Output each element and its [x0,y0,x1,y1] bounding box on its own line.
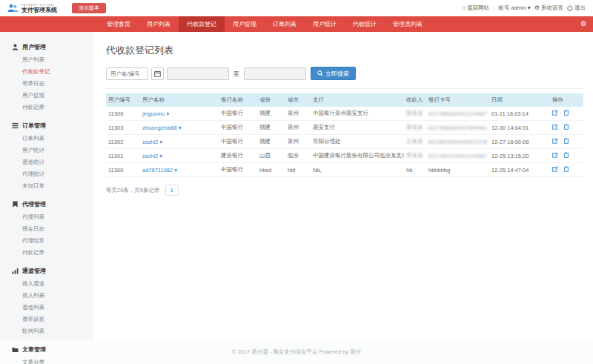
sidebar-item-agent-settle[interactable]: 代理结算 [0,235,92,247]
date-to-input[interactable] [244,67,306,80]
article-icon [12,346,19,353]
sidebar-item-agent-payment[interactable]: 付款记录 [0,247,92,259]
delete-icon[interactable] [563,138,569,145]
sidebar-item-collection-register[interactable]: 代收款登记 [0,66,92,78]
logo-icon [7,4,19,13]
topbar: PAYMENT SYSTEM 支付管理系统 演示版本 ⌂ 返回网站 | 账号 a… [0,0,593,16]
cell-date: 12-27 16:00:08 [489,135,550,149]
sidebar-item-polling-list[interactable]: 轮询列表 [0,325,92,337]
sidebar-item-unknown-orders[interactable]: 未知订单 [0,180,92,192]
sidebar-item-article-category[interactable]: 文章分类 [0,357,92,364]
cell-branch: 中国建设银行股份有限公司临汾某支行 [311,149,404,163]
cell-province: 福建 [257,135,285,149]
account-dropdown[interactable]: 账号 admin ▾ [498,4,531,12]
search-button[interactable]: 立即搜索 [311,67,356,80]
delete-icon[interactable] [563,152,569,159]
nav-item-collection-register[interactable]: 代收款登记 [179,16,225,32]
nav-item-home[interactable]: 管理首页 [99,16,139,32]
cell-payee-redacted: 王某某 [404,135,426,149]
edit-icon[interactable] [552,152,558,159]
page-1-button[interactable]: 1 [165,185,179,196]
col-province: 省份 [257,93,285,107]
nav-item-orders[interactable]: 订单列表 [265,16,305,32]
channel-icon [12,268,19,274]
sidebar-item-channel-access[interactable]: 接入通道 [0,278,92,290]
username-dropdown-link[interactable]: sschi2 ▾ [142,153,162,159]
sidebar-item-payment-records[interactable]: 付款记录 [0,102,92,113]
collection-table: 用户编号 用户名称 银行名称 省份 城市 支行 收款人 银行卡号 日期 操作 1… [106,93,583,177]
back-to-site-link[interactable]: ⌂ 返回网站 [463,4,490,12]
sidebar-item-rate-settings[interactable]: 费率设置 [0,314,92,325]
col-city: 城市 [285,93,311,107]
cell-bank: 中国银行 [219,135,257,149]
cell-card-redacted: 6217856300001234567 [426,107,489,121]
edit-icon[interactable] [552,166,558,173]
sidebar-item-login-log[interactable]: 登录日志 [0,78,92,90]
cell-city: hbf [285,163,311,177]
cell-user-id: 11303 [106,121,140,135]
col-branch: 支行 [311,93,404,107]
sidebar-item-user-withdraw[interactable]: 用户提现 [0,90,92,102]
table-header-row: 用户编号 用户名称 银行名称 省份 城市 支行 收款人 银行卡号 日期 操作 [106,93,583,107]
sidebar-section-article-mgmt: 文章管理 [0,342,92,357]
nav-item-user-stats[interactable]: 用户统计 [305,16,345,32]
cell-user-id: 11302 [106,135,140,149]
col-date: 日期 [489,93,550,107]
cell-province: hbsd [257,163,285,177]
delete-icon[interactable] [563,124,569,131]
sidebar-item-user-stats[interactable]: 用户统计 [0,145,92,156]
brand-subtitle: PAYMENT SYSTEM [21,4,57,7]
caret-down-icon: ▾ [159,153,162,159]
table-row: 11300 ad78711982 ▾ 中国银行 hbsd hbf Nb, hb … [106,163,583,177]
divider: | [493,5,494,12]
sidebar-item-commission-log[interactable]: 佣金日志 [0,223,92,235]
nav-item-withdraw[interactable]: 用户提现 [225,16,265,32]
edit-icon[interactable] [552,110,558,117]
edit-icon[interactable] [552,138,558,145]
nav-item-user-list[interactable]: 用户列表 [139,16,179,32]
cell-card-redacted: 6217856300007894561 [426,121,489,135]
table-row: 11302 ssshi2 ▾ 中国银行 福建 泉州 青阳分理处 王某某 6013… [106,135,583,149]
brand-title: 支付管理系统 [21,7,57,13]
logout-link[interactable]: 退出 [567,4,586,12]
main-nav: 管理首页 用户列表 代收款登记 用户提现 订单列表 用户统计 代收统计 管理员列… [0,16,593,32]
brand-logo: PAYMENT SYSTEM 支付管理系统 [7,4,57,13]
cell-city: 泉州 [285,107,311,121]
col-card: 银行卡号 [426,93,489,107]
sidebar-item-user-list[interactable]: 用户列表 [0,54,92,66]
table-row: 11303 zhuangzhai88 ▾ 中国银行 福建 泉州 惠安支行 黄某某… [106,121,583,135]
cell-branch: Nb, [311,163,404,177]
keyword-input[interactable] [106,67,148,80]
date-from-input[interactable] [167,67,229,80]
sidebar-section-agent-mgmt: 代理管理 [0,196,92,211]
username-dropdown-link[interactable]: zhuangzhai88 ▾ [142,125,182,131]
caret-down-icon: ▾ [179,125,182,131]
sidebar-item-agent-stats[interactable]: 代理统计 [0,168,92,180]
sidebar-section-order-mgmt: 订单管理 [0,118,92,133]
sidebar-item-agent-list[interactable]: 代理列表 [0,211,92,223]
sidebar-item-access-list[interactable]: 接入列表 [0,290,92,302]
col-bank: 银行名称 [219,93,257,107]
cell-province: 山西 [257,149,285,163]
edit-icon[interactable] [552,124,558,131]
cell-city: 泉州 [285,135,311,149]
settings-link[interactable]: ⚙ 系统设置 [534,4,563,12]
username-dropdown-link[interactable]: jinguomu ▾ [142,110,169,117]
sidebar-item-channel-list[interactable]: 通道列表 [0,302,92,314]
nav-item-admin-list[interactable]: 管理员列表 [385,16,431,32]
cell-payee-redacted: 李某某 [404,149,426,163]
cell-bank: 中国银行 [219,163,257,177]
delete-icon[interactable] [563,110,569,117]
username-dropdown-link[interactable]: ad78711982 ▾ [142,167,177,173]
search-form: 至 立即搜索 [106,67,583,89]
nav-item-collection-stats[interactable]: 代收统计 [345,16,385,32]
cell-bank: 建设银行 [219,149,257,163]
cell-city: 泉州 [285,121,311,135]
sidebar-item-order-list[interactable]: 订单列表 [0,133,92,145]
calendar-button[interactable] [151,67,164,80]
username-dropdown-link[interactable]: ssshi2 ▾ [142,139,162,145]
gear-icon: ⚙ [534,5,540,11]
delete-icon[interactable] [563,166,569,173]
nav-gear-icon[interactable]: ⚙ [580,16,586,32]
sidebar-item-channel-stats[interactable]: 通道统计 [0,156,92,168]
